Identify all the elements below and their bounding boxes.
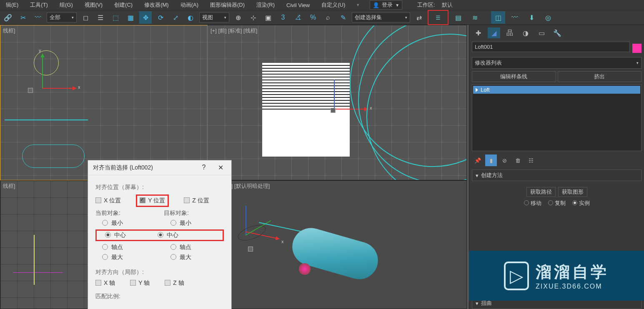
utilities-tab[interactable]: 🔧 — [551, 27, 564, 38]
z-position-checkbox[interactable]: Z 位置 — [184, 197, 209, 204]
link-tool[interactable]: 🔗 — [2, 11, 14, 24]
creation-method-rollout-header[interactable]: ▾ 创建方法 — [472, 169, 641, 181]
dialog-titlebar[interactable]: 对齐当前选择 (Loft002) ? ✕ — [88, 160, 231, 175]
modify-tab[interactable]: ◢ — [488, 27, 500, 38]
scale-tool[interactable]: ⤢ — [169, 11, 182, 24]
rotate-tool[interactable]: ⟳ — [154, 11, 167, 24]
workspace-label: 工作区: — [417, 1, 435, 9]
modifier-stack-item[interactable]: Loft — [473, 86, 640, 94]
menu-civil-view[interactable]: Civil View — [284, 1, 312, 9]
menu-edit[interactable]: 辑(E) — [3, 0, 21, 10]
modifier-stack[interactable]: Loft — [472, 85, 641, 151]
y-position-checkbox-highlighted[interactable]: Y 位置 — [136, 194, 169, 207]
app-body: 线框] x y [+] [前] [标准] [线框] x — [0, 25, 644, 309]
workspace-value[interactable]: 默认 — [442, 1, 453, 9]
main-toolbar: 🔗 ✂ 〰 全部 ▾ ◻ ☰ ⬚ ▦ ✥ ⟳ ⤢ ◐ 视图 ▾ ⊕ ⊹ ▣ 3 … — [0, 10, 644, 25]
spline-magenta — [13, 272, 63, 273]
current-max-radio[interactable]: 最大 — [95, 254, 154, 261]
make-unique-button[interactable]: ⊘ — [499, 154, 510, 166]
display-tab[interactable]: ▭ — [535, 27, 548, 38]
instance-radio[interactable]: 实例 — [572, 199, 590, 207]
menu-view[interactable]: 视图(V) — [82, 0, 105, 10]
menu-customize[interactable]: 自定义(U) — [319, 0, 348, 10]
y-axis-checkbox[interactable]: Y 轴 — [130, 279, 150, 287]
select-rect-tool[interactable]: ⬚ — [109, 11, 122, 24]
mirror-tool[interactable]: ⇄ — [413, 11, 425, 24]
target-max-radio[interactable]: 最大 — [164, 254, 222, 261]
get-path-button[interactable]: 获取路径 — [526, 187, 556, 197]
edit-spline-button[interactable]: 编辑样条线 — [472, 71, 556, 82]
edit-sets-tool[interactable]: ✎ — [337, 11, 349, 24]
select-window-tool[interactable]: ▦ — [124, 11, 137, 24]
bind-tool[interactable]: 〰 — [32, 11, 44, 24]
object-color-swatch[interactable] — [632, 44, 641, 53]
menu-create[interactable]: 创建(C) — [112, 0, 135, 10]
loft-section-display — [262, 63, 350, 157]
configure-sets-button[interactable]: ☷ — [525, 154, 537, 166]
viewport-top-left[interactable]: 线框] x y — [0, 25, 208, 180]
current-center-radio[interactable]: 中心 — [98, 232, 126, 239]
menu-render[interactable]: 渲染(R) — [254, 0, 277, 10]
move-radio[interactable]: 移动 — [524, 199, 541, 207]
menu-group[interactable]: 组(G) — [57, 0, 75, 10]
menu-graph-editor[interactable]: 图形编辑器(D) — [208, 0, 247, 10]
schematic-view-btn[interactable]: ⬇ — [524, 11, 539, 24]
viewport-checkbox[interactable] — [28, 88, 33, 93]
viewport-label: 线框] — [3, 27, 15, 35]
current-min-radio[interactable]: 最小 — [95, 219, 154, 227]
dialog-help-button[interactable]: ? — [198, 164, 210, 172]
move-tool[interactable]: ✥ — [139, 11, 152, 24]
copy-radio[interactable]: 复制 — [548, 199, 566, 207]
login-dropdown[interactable]: 👤 登录 ▼ — [370, 0, 402, 10]
x-axis-checkbox[interactable]: X 轴 — [95, 279, 115, 287]
target-min-radio[interactable]: 最小 — [164, 219, 222, 227]
unlink-tool[interactable]: ✂ — [17, 11, 29, 24]
get-shape-button[interactable]: 获取图形 — [558, 187, 587, 197]
object-name-input[interactable]: Loft001 — [472, 42, 630, 52]
angle-snap-tool[interactable]: ⦨ — [292, 11, 304, 24]
viewport-checkbox[interactable] — [331, 108, 336, 113]
select-name-tool[interactable]: ☰ — [94, 11, 107, 24]
placement-tool[interactable]: ◐ — [184, 11, 197, 24]
pin-stack-button[interactable]: 📌 — [472, 154, 484, 166]
z-axis-checkbox[interactable]: Z 轴 — [165, 279, 184, 287]
manipulate-tool[interactable]: ⊹ — [247, 11, 259, 24]
viewport-bottom-right[interactable]: 视] [标准] [默认明暗处理] x — [208, 180, 467, 309]
show-end-result-button[interactable]: ▮ — [485, 154, 497, 166]
current-pivot-radio[interactable]: 轴点 — [95, 244, 154, 251]
modifier-list-dropdown[interactable]: 修改器列表 ▾ — [472, 57, 641, 69]
material-editor-btn[interactable]: ◎ — [541, 11, 555, 24]
pivot-tool[interactable]: ⊕ — [232, 11, 244, 24]
align-tool-highlighted[interactable]: ☰ — [428, 10, 449, 25]
command-panel: ✚ ◢ 品 ◑ ▭ 🔧 Loft001 修改器列表 ▾ 编辑样条线 挤出 Lof… — [469, 25, 644, 309]
spinner-snap-tool[interactable]: ⌕ — [322, 11, 334, 24]
menu-tools[interactable]: 工具(T) — [28, 0, 50, 10]
remove-modifier-button[interactable]: 🗑 — [512, 154, 524, 166]
extrude-button[interactable]: 挤出 — [558, 71, 642, 82]
watermark-text-main: 溜溜自学 — [536, 262, 609, 283]
rollout-collapse-icon: ▾ — [476, 300, 479, 307]
dialog-close-button[interactable]: ✕ — [215, 164, 226, 172]
keyboard-tool[interactable]: ▣ — [262, 11, 274, 24]
x-position-checkbox[interactable]: X 位置 — [95, 197, 121, 204]
select-tool[interactable]: ◻ — [79, 11, 92, 24]
dope-sheet-btn[interactable]: 〰 — [508, 11, 522, 24]
motion-tab[interactable]: ◑ — [519, 27, 532, 38]
named-selection-set-dropdown[interactable]: 创建选择集 ▾ — [352, 12, 410, 22]
create-tab[interactable]: ✚ — [472, 27, 484, 38]
viewport-top-right[interactable]: [+] [前] [标准] [线框] x — [208, 25, 467, 180]
menu-animation[interactable]: 动画(A) — [178, 0, 201, 10]
percent-snap-tool[interactable]: % — [307, 11, 319, 24]
layer-explorer-btn[interactable]: ▤ — [451, 11, 465, 24]
snap-3d-tool[interactable]: 3 — [277, 11, 289, 24]
target-pivot-radio[interactable]: 轴点 — [164, 244, 222, 251]
menu-modifiers[interactable]: 修改器(M) — [142, 0, 171, 10]
curve-editor-btn[interactable]: ◫ — [491, 11, 505, 24]
target-center-radio[interactable]: 中心 — [146, 232, 178, 239]
selection-filter-dropdown[interactable]: 全部 ▾ — [47, 12, 77, 22]
menu-overflow-icon[interactable]: ▼ — [356, 3, 360, 7]
ref-coord-dropdown[interactable]: 视图 ▾ — [199, 12, 229, 22]
hierarchy-tab[interactable]: 品 — [504, 27, 516, 38]
layers-btn[interactable]: ≋ — [468, 11, 482, 24]
viewport-checkbox[interactable] — [248, 247, 253, 252]
